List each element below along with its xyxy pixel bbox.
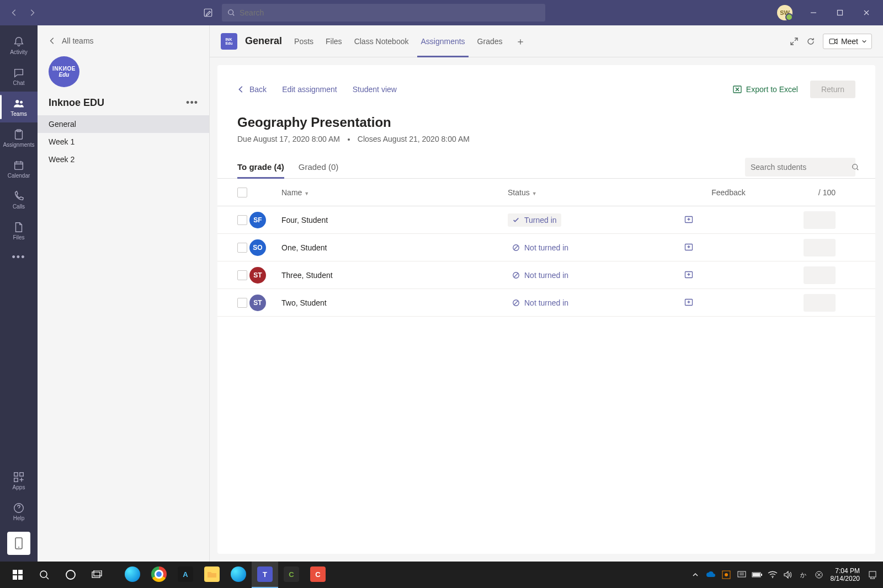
user-avatar[interactable]: SW: [777, 5, 792, 20]
table-header: Name▼ Status▼ Feedback / 100: [217, 179, 875, 206]
row-checkbox[interactable]: [237, 215, 247, 225]
search-input[interactable]: [240, 8, 540, 17]
taskbar-app-camtasia[interactable]: C: [278, 562, 305, 588]
rail-assignments[interactable]: Assignments: [0, 122, 38, 153]
taskbar-app-snagit[interactable]: C: [305, 562, 331, 588]
window-minimize-button[interactable]: [801, 4, 826, 21]
expand-icon[interactable]: [790, 37, 799, 46]
nav-forward-button[interactable]: [24, 5, 40, 20]
team-more-button[interactable]: •••: [186, 97, 198, 109]
channel-week1[interactable]: Week 1: [38, 133, 209, 151]
meet-button[interactable]: Meet: [823, 34, 872, 49]
row-checkbox[interactable]: [237, 298, 247, 308]
tab-assignments[interactable]: Assignments: [418, 25, 467, 57]
window-maximize-button[interactable]: [828, 4, 852, 21]
add-tab-button[interactable]: ＋: [513, 35, 528, 48]
search-students[interactable]: [745, 158, 855, 177]
col-status[interactable]: Status▼: [508, 188, 684, 197]
compose-button[interactable]: [200, 4, 216, 21]
svg-point-28: [40, 571, 47, 578]
export-excel-button[interactable]: Export to Excel: [733, 85, 798, 94]
col-points: / 100: [773, 188, 855, 197]
tray-onedrive-icon[interactable]: [705, 569, 717, 581]
add-feedback-button[interactable]: [684, 271, 773, 280]
tab-grades[interactable]: Grades: [475, 25, 505, 57]
rail-chat[interactable]: Chat: [0, 61, 38, 92]
tab-posts[interactable]: Posts: [292, 25, 316, 57]
tab-class-notebook[interactable]: Class Notebook: [352, 25, 411, 57]
rail-files[interactable]: Files: [0, 215, 38, 246]
tray-volume-icon[interactable]: [782, 569, 794, 581]
window-close-button[interactable]: [854, 4, 879, 21]
status-link[interactable]: Not turned in: [508, 241, 573, 254]
tab-files[interactable]: Files: [323, 25, 344, 57]
channel-week2[interactable]: Week 2: [38, 151, 209, 168]
rail-mobile-button[interactable]: [7, 532, 30, 555]
search-students-input[interactable]: [751, 163, 847, 172]
tray-input-icon[interactable]: [736, 569, 748, 581]
col-name[interactable]: Name▼: [281, 188, 508, 197]
nav-back-button[interactable]: [7, 5, 22, 20]
row-checkbox[interactable]: [237, 243, 247, 253]
cortana-button[interactable]: [57, 562, 84, 588]
channel-header: INKEdu General Posts Files Class Noteboo…: [210, 25, 883, 57]
student-view-link[interactable]: Student view: [353, 85, 397, 94]
row-checkbox[interactable]: [237, 270, 247, 280]
tray-language-icon[interactable]: か: [797, 569, 810, 581]
tray-battery-icon[interactable]: [751, 569, 763, 581]
rail-calendar[interactable]: Calendar: [0, 153, 38, 184]
taskbar-app-edge2[interactable]: [225, 562, 252, 588]
team-avatar[interactable]: INKИOE Edu: [49, 56, 79, 87]
status-link[interactable]: Not turned in: [508, 269, 573, 282]
add-feedback-button[interactable]: [684, 216, 773, 224]
taskbar-app-teams[interactable]: T: [252, 562, 278, 588]
add-feedback-button[interactable]: [684, 298, 773, 307]
taskbar-search[interactable]: [31, 562, 57, 588]
rail-teams[interactable]: Teams: [0, 92, 38, 122]
taskbar-app-chrome[interactable]: [146, 562, 172, 588]
search-box[interactable]: [222, 4, 545, 22]
select-all-checkbox[interactable]: [237, 188, 247, 197]
rail-calls[interactable]: Calls: [0, 184, 38, 215]
status-link[interactable]: Not turned in: [508, 296, 573, 309]
taskbar-app-edge[interactable]: [119, 562, 146, 588]
grade-input[interactable]: [804, 294, 836, 312]
grade-input[interactable]: [804, 211, 836, 229]
taskbar-app-a[interactable]: A: [172, 562, 199, 588]
grade-input[interactable]: [804, 266, 836, 284]
rail-activity[interactable]: Activity: [0, 30, 38, 61]
add-feedback-button[interactable]: [684, 243, 773, 252]
all-teams-link[interactable]: All teams: [38, 25, 209, 51]
tray-update-icon[interactable]: [720, 569, 732, 581]
rail-help[interactable]: Help: [0, 498, 38, 525]
table-row[interactable]: SOOne, StudentNot turned in: [217, 234, 875, 261]
grade-input[interactable]: [804, 239, 836, 256]
edit-assignment-link[interactable]: Edit assignment: [282, 85, 337, 94]
reload-icon[interactable]: [806, 37, 815, 46]
start-button[interactable]: [4, 562, 31, 588]
back-button[interactable]: Back: [237, 85, 267, 94]
tray-notifications-icon[interactable]: [866, 569, 879, 581]
table-row[interactable]: SFFour, StudentTurned in: [217, 206, 875, 234]
svg-rect-36: [761, 574, 762, 576]
table-row[interactable]: STTwo, StudentNot turned in: [217, 289, 875, 317]
tray-ime-icon[interactable]: [813, 569, 825, 581]
svg-point-1: [228, 10, 233, 15]
excel-icon: [733, 85, 742, 94]
rail-apps[interactable]: Apps: [0, 467, 38, 494]
table-row[interactable]: STThree, StudentNot turned in: [217, 261, 875, 289]
tab-to-grade[interactable]: To grade (4): [237, 156, 284, 178]
channel-general[interactable]: General: [38, 115, 209, 133]
task-view-button[interactable]: [84, 562, 110, 588]
tray-chevron-up-icon[interactable]: [689, 569, 701, 581]
export-label: Export to Excel: [746, 85, 798, 94]
status-link[interactable]: Turned in: [508, 213, 561, 227]
taskbar-app-explorer[interactable]: [199, 562, 225, 588]
tray-wifi-icon[interactable]: [767, 569, 779, 581]
taskbar-clock[interactable]: 7:04 PM 8/14/2020: [831, 567, 860, 583]
tab-graded[interactable]: Graded (0): [299, 156, 339, 178]
rail-label: Chat: [13, 80, 24, 86]
channel-title: General: [245, 35, 282, 47]
rail-more[interactable]: •••: [0, 246, 38, 268]
dot-separator: [348, 138, 350, 141]
